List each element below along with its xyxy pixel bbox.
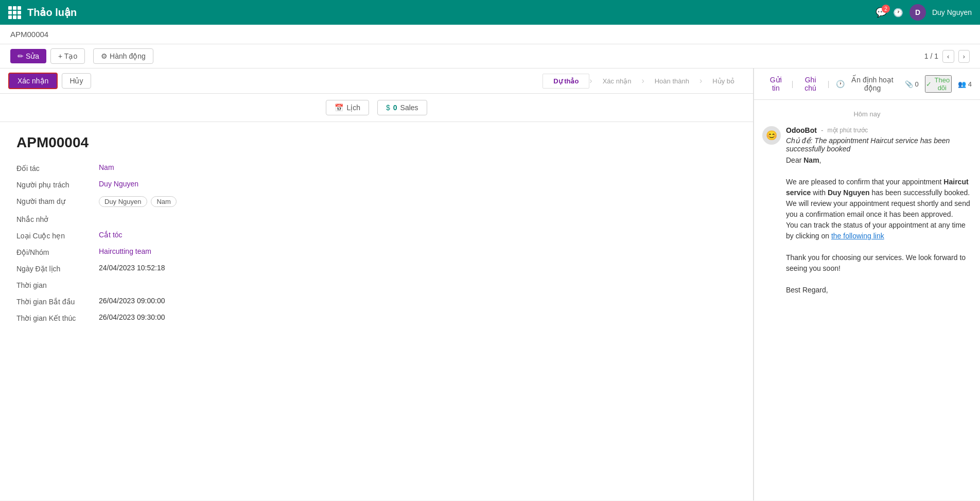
confirm-button[interactable]: Xác nhận [8,73,58,89]
calendar-icon: 📅 [335,103,343,112]
form-row-reminder: Nhắc nhở [16,214,737,223]
chat-sign: Best Regard, [786,285,972,296]
chat-time: một phút trước [828,127,868,134]
dollar-icon: $ [386,103,390,112]
attachment-section: 📎 0 [905,80,919,88]
chat-line2: We will review your appointment request … [786,198,972,220]
step-cancel[interactable]: Hủy bỏ [702,74,745,88]
form-row-assignee: Người phụ trách Duy Nguyen [16,180,737,189]
value-appt-type[interactable]: Cắt tóc [99,231,122,239]
attach-count: 0 [915,80,919,88]
toolbar: ✏ Sửa + Tạo ⚙ Hành động 1 / 1 ‹ › [0,44,980,68]
followers-count[interactable]: 👥 4 [958,80,972,88]
schedule-label: Ấn định hoạt động [847,76,899,92]
sales-label: Sales [400,103,418,112]
next-button[interactable]: › [958,50,970,63]
odoobot-avatar: 😊 [762,126,781,145]
value-assignee[interactable]: Duy Nguyen [99,180,138,188]
schedule-activity-button[interactable]: 🕐 Ấn định hoạt động [832,74,903,94]
label-assignee: Người phụ trách [16,180,99,189]
label-reminder: Nhắc nhở [16,214,99,223]
date-divider: Hôm nay [762,110,972,118]
label-partner: Đối tác [16,163,99,172]
chat-message-header: OdooBot - một phút trước [786,126,972,134]
check-icon: ✓ [926,80,932,88]
form-row-team: Đội/Nhóm Haircutting team [16,247,737,256]
label-end-time: Thời gian Kết thúc [16,313,99,322]
create-button[interactable]: + Tạo [50,48,85,64]
label-appt-type: Loại Cuộc hẹn [16,231,99,240]
label-team: Đội/Nhóm [16,247,99,256]
content-area: Xác nhận Hủy Dự thảo › Xác nhận › Hoàn t… [0,68,980,500]
sales-button[interactable]: $ 0 Sales [377,100,427,115]
form-row-booking-date: Ngày Đặt lịch 24/04/2023 10:52:18 [16,264,737,273]
toolbar-right: 1 / 1 ‹ › [924,50,970,63]
action-button[interactable]: ⚙ Hành động [93,48,153,64]
cancel-button[interactable]: Hủy [62,73,91,89]
form-row-partner: Đối tác Nam [16,163,737,172]
breadcrumb-bar: APM00004 [0,25,980,44]
paperclip-icon: 📎 [905,80,913,88]
sales-count: 0 [393,103,397,112]
follow-button[interactable]: ✓ Theo dõi [925,75,952,93]
form-row-time: Thời gian [16,280,737,289]
chat-area: Hôm nay 😊 OdooBot - một phút trước Chủ đ… [754,100,980,500]
chat-message-odoobot: 😊 OdooBot - một phút trước Chủ đề: The a… [762,126,972,296]
value-start-time: 26/04/2023 09:00:00 [99,297,165,305]
form-row-attendees: Người tham dự Duy Nguyen Nam [16,196,737,207]
form-title: APM00004 [16,134,737,151]
person-icon: 👥 [958,80,966,88]
chat-greeting: Dear Nam, [786,155,972,166]
app-title: Thảo luận [27,6,869,19]
edit-button[interactable]: ✏ Sửa [10,49,46,63]
notification-badge: 2 [882,5,890,13]
chat-body: Dear Nam, We are pleased to confirm that… [786,155,972,296]
value-attendees: Duy Nguyen Nam [99,196,179,207]
label-start-time: Thời gian Bắt đầu [16,297,99,306]
follow-label: Theo dõi [934,76,951,92]
step-confirm[interactable]: Xác nhận [592,74,642,88]
calendar-label: Lịch [346,103,360,112]
user-avatar-button[interactable]: D [909,4,926,21]
chat-line4: Thank you for choosing our services. We … [786,252,972,274]
label-time: Thời gian [16,280,99,289]
form-body: APM00004 Đối tác Nam Người phụ trách Duy… [0,122,753,342]
step-done[interactable]: Hoàn thành [644,74,699,88]
following-link[interactable]: the following link [831,232,884,240]
clock-schedule-icon: 🕐 [836,80,845,88]
pagination: 1 / 1 [924,52,938,60]
user-name: Duy Nguyen [932,8,972,16]
value-team[interactable]: Haircutting team [99,247,151,255]
calendar-button[interactable]: 📅 Lịch [326,100,369,115]
note-button[interactable]: Ghi chú [795,74,826,94]
send-message-button[interactable]: Gửi tin [762,74,790,94]
tag-duy-nguyen[interactable]: Duy Nguyen [99,196,147,207]
right-panel: Gửi tin | Ghi chú | 🕐 Ấn định hoạt động … [754,68,980,500]
label-attendees: Người tham dự [16,196,99,205]
notifications-button[interactable]: 💬 2 [876,7,887,18]
tag-nam[interactable]: Nam [151,196,176,207]
form-row-end-time: Thời gian Kết thúc 26/04/2023 09:30:00 [16,313,737,322]
chat-sender: OdooBot [786,126,817,134]
top-navigation: Thảo luận 💬 2 🕐 D Duy Nguyen [0,0,980,25]
topnav-right: 💬 2 🕐 D Duy Nguyen [876,4,972,21]
divider-2: | [828,80,830,88]
followers-number: 4 [968,80,972,88]
step-draft[interactable]: Dự thảo [542,74,589,89]
status-bar: Xác nhận Hủy Dự thảo › Xác nhận › Hoàn t… [0,68,753,94]
chat-line1: We are pleased to confirm that your appo… [786,177,972,198]
right-panel-actions: Gửi tin | Ghi chú | 🕐 Ấn định hoạt động … [754,68,980,100]
label-booking-date: Ngày Đặt lịch [16,264,99,273]
value-partner[interactable]: Nam [99,163,114,171]
form-topbar: 📅 Lịch $ 0 Sales [0,94,753,122]
prev-button[interactable]: ‹ [942,50,954,63]
value-booking-date: 24/04/2023 10:52:18 [99,264,165,272]
form-row-appt-type: Loại Cuộc hẹn Cắt tóc [16,231,737,240]
clock-button[interactable]: 🕐 [893,8,903,18]
form-row-start-time: Thời gian Bắt đầu 26/04/2023 09:00:00 [16,297,737,306]
value-end-time: 26/04/2023 09:30:00 [99,313,165,321]
grid-menu-icon[interactable] [8,6,21,19]
left-panel: Xác nhận Hủy Dự thảo › Xác nhận › Hoàn t… [0,68,754,500]
chat-subject: Chủ đề: The appointment Haircut service … [786,136,972,153]
status-steps: Dự thảo › Xác nhận › Hoàn thành › Hủy bỏ [542,74,745,89]
